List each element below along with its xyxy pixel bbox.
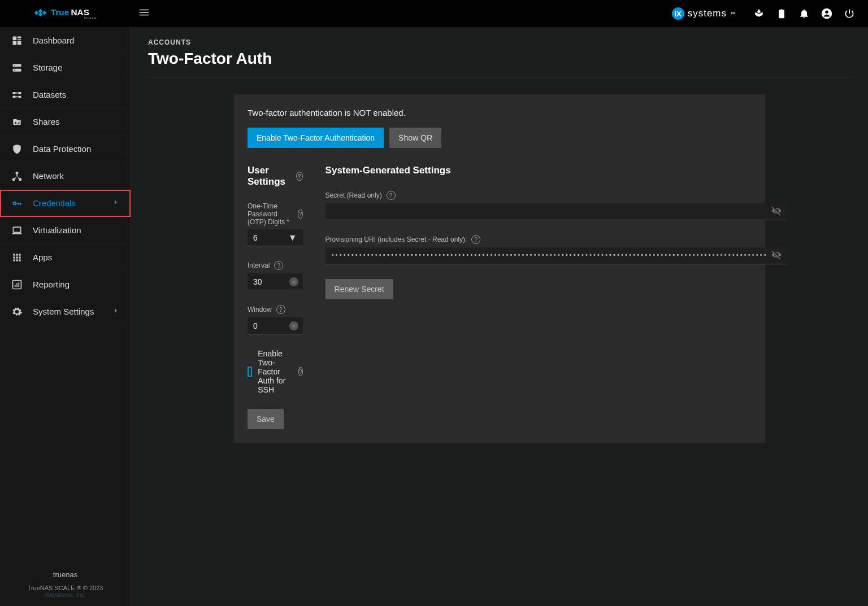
sidebar-item-label: Credentials	[33, 198, 76, 208]
help-icon[interactable]: ?	[276, 305, 285, 314]
version-text: TrueNAS SCALE ® © 2023	[0, 585, 131, 591]
svg-rect-33	[16, 254, 18, 255]
svg-rect-32	[13, 254, 15, 255]
sidebar-item-dashboard[interactable]: Dashboard	[0, 27, 131, 54]
svg-rect-15	[13, 68, 21, 71]
company-link[interactable]: iXsystems, Inc.	[0, 591, 131, 598]
help-icon[interactable]: ?	[387, 191, 396, 200]
show-qr-button[interactable]: Show QR	[389, 128, 441, 148]
sidebar-item-datasets[interactable]: Datasets	[0, 81, 131, 108]
svg-rect-18	[13, 92, 16, 94]
settings-card: Two-factor authentication is NOT enabled…	[234, 94, 765, 443]
storage-icon	[10, 61, 24, 75]
sidebar-item-label: System Settings	[33, 307, 94, 316]
shares-icon	[10, 115, 24, 129]
enable-2fa-button[interactable]: Enable Two-Factor Authentication	[248, 128, 384, 148]
svg-rect-29	[20, 203, 21, 205]
sidebar-item-label: Virtualization	[33, 225, 81, 235]
svg-rect-35	[13, 256, 15, 258]
svg-rect-19	[13, 95, 16, 97]
uri-input: ••••••••••••••••••••••••••••••••••••••••…	[326, 247, 787, 264]
otp-digits-label: One-Time Password (OTP) Digits *	[248, 202, 293, 226]
breadcrumb[interactable]: ACCOUNTS	[148, 38, 851, 46]
svg-rect-37	[19, 256, 20, 258]
svg-rect-0	[34, 11, 39, 15]
chevron-right-icon	[111, 306, 120, 317]
svg-rect-14	[13, 64, 21, 67]
svg-rect-34	[19, 254, 20, 255]
window-label: Window	[248, 306, 272, 313]
svg-rect-28	[16, 203, 21, 204]
sidebar-item-network[interactable]: Network	[0, 163, 131, 190]
power-icon[interactable]	[843, 7, 856, 20]
chart-icon	[10, 278, 24, 291]
gear-icon	[10, 305, 24, 319]
laptop-icon	[10, 224, 24, 237]
sidebar-item-virtualization[interactable]: Virtualization	[0, 217, 131, 244]
user-settings-title: User Settings	[248, 165, 292, 188]
top-bar: True NAS SCALE iXsystems™	[0, 0, 868, 27]
svg-rect-20	[19, 92, 21, 94]
shield-icon	[10, 142, 24, 156]
sidebar-item-data-protection[interactable]: Data Protection	[0, 136, 131, 163]
help-icon[interactable]: ?	[298, 210, 302, 219]
ssh-2fa-checkbox[interactable]	[248, 367, 252, 377]
chevron-right-icon	[111, 198, 120, 208]
svg-point-16	[14, 65, 15, 66]
sidebar-item-system-settings[interactable]: System Settings	[0, 298, 131, 325]
help-icon[interactable]: ?	[274, 261, 283, 270]
help-icon[interactable]: ?	[298, 367, 303, 376]
menu-toggle-icon[interactable]	[138, 6, 150, 21]
page-title: Two-Factor Auth	[148, 50, 851, 77]
clipboard-icon[interactable]	[775, 7, 788, 20]
svg-rect-30	[18, 203, 19, 204]
svg-rect-42	[15, 285, 16, 287]
sidebar-item-reporting[interactable]: Reporting	[0, 271, 131, 298]
svg-text:True: True	[51, 7, 70, 17]
datasets-icon	[10, 88, 24, 102]
sidebar-item-label: Shares	[33, 117, 60, 127]
visibility-off-icon[interactable]	[771, 249, 782, 263]
sidebar-item-label: Reporting	[33, 280, 70, 289]
ixsystems-logo[interactable]: iXsystems™	[672, 7, 736, 20]
visibility-off-icon[interactable]	[771, 205, 782, 219]
sidebar-item-label: Apps	[33, 252, 52, 262]
status-text: Two-factor authentication is NOT enabled…	[248, 108, 752, 117]
hostname: truenas	[0, 570, 131, 579]
network-icon	[10, 169, 24, 183]
renew-secret-button[interactable]: Renew Secret	[326, 279, 393, 299]
help-icon[interactable]: ?	[471, 235, 480, 244]
key-icon	[10, 197, 24, 210]
truecommand-icon[interactable]	[753, 7, 765, 20]
svg-point-22	[15, 122, 16, 124]
svg-rect-10	[18, 36, 21, 38]
sidebar-item-apps[interactable]: Apps	[0, 244, 131, 271]
save-button[interactable]: Save	[248, 409, 284, 429]
sidebar-item-storage[interactable]: Storage	[0, 54, 131, 81]
clear-icon[interactable]: ✕	[289, 321, 298, 330]
system-settings-title: System-Generated Settings	[326, 165, 451, 176]
sidebar-item-credentials[interactable]: Credentials	[0, 190, 131, 217]
sidebar-item-shares[interactable]: Shares	[0, 108, 131, 136]
sidebar: DashboardStorageDatasetsSharesData Prote…	[0, 27, 131, 606]
help-icon[interactable]: ?	[296, 172, 303, 181]
system-settings-column: System-Generated Settings Secret (Read o…	[326, 165, 787, 429]
notifications-icon[interactable]	[798, 7, 810, 20]
svg-point-23	[16, 171, 19, 174]
svg-rect-43	[16, 283, 18, 287]
secret-label: Secret (Read only)	[326, 191, 382, 199]
sidebar-item-label: Dashboard	[33, 36, 74, 45]
account-icon[interactable]	[821, 7, 833, 20]
svg-point-27	[14, 202, 16, 204]
svg-point-17	[14, 69, 15, 71]
dashboard-icon	[10, 34, 24, 47]
svg-rect-40	[19, 259, 20, 261]
svg-text:NAS: NAS	[71, 7, 90, 17]
svg-rect-12	[13, 41, 17, 45]
svg-rect-38	[13, 259, 15, 261]
logo[interactable]: True NAS SCALE	[7, 6, 131, 21]
clear-icon[interactable]: ✕	[289, 277, 298, 286]
svg-rect-44	[19, 282, 20, 286]
otp-digits-select[interactable]	[248, 229, 303, 246]
svg-point-8	[825, 11, 828, 14]
